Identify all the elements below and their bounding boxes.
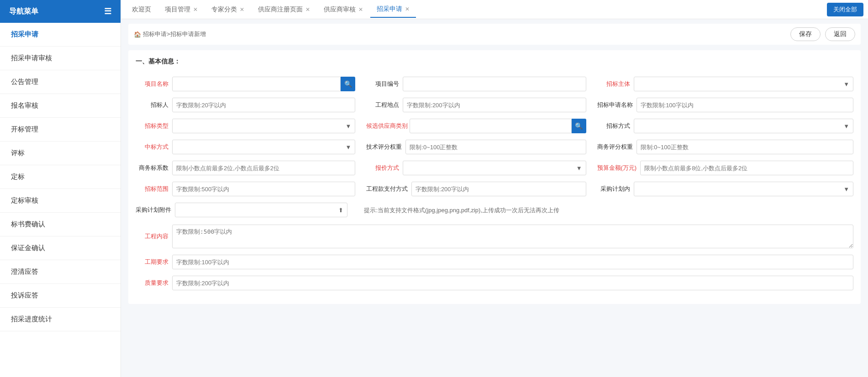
bid-subject-select[interactable]: ▼ (634, 77, 853, 91)
tab-supplier-review[interactable]: 供应商审核 ✕ (317, 2, 369, 17)
back-button[interactable]: 返回 (825, 27, 855, 41)
menu-icon[interactable]: ☰ (104, 6, 111, 16)
tab-project-management[interactable]: 项目管理 ✕ (158, 2, 204, 17)
sidebar-item-deposit-confirm[interactable]: 保证金确认 (0, 236, 121, 260)
upload-hint-text: 提示:当前支持文件格式(jpg,jpeg,png,pdf,zip),上传成功一次… (358, 203, 853, 218)
candidate-supplier-input-group: 🔍 (410, 119, 586, 133)
close-tab-expert[interactable]: ✕ (240, 7, 244, 12)
engineering-payment-input[interactable] (411, 182, 586, 196)
bid-subject-chevron: ▼ (843, 81, 849, 88)
save-button[interactable]: 保存 (790, 27, 821, 41)
candidate-supplier-input[interactable] (410, 119, 571, 133)
field-engineering-location: 工程地点 (366, 98, 586, 112)
breadcrumb-bar: 🏠 招标申请>招标申请新增 保存 返回 (128, 24, 861, 45)
bid-scope-input[interactable] (172, 182, 355, 196)
bid-type-select[interactable]: ▼ (172, 119, 355, 133)
label-construction-period: 工期要求 (136, 255, 172, 269)
sidebar-item-announcement[interactable]: 公告管理 (0, 70, 121, 94)
field-candidate-supplier: 候选供应商类别 🔍 (366, 119, 586, 133)
field-purchase-plan: 采购计划内 ▼ (597, 182, 853, 196)
sidebar-item-bid-opening[interactable]: 开标管理 (0, 118, 121, 141)
close-tab-supplier-reg[interactable]: ✕ (305, 7, 310, 12)
upload-hint-area: 提示:当前支持文件格式(jpg,jpeg,png,pdf,zip),上传成功一次… (358, 203, 853, 218)
label-engineering-payment: 工程款支付方式 (366, 185, 411, 193)
main-area: 欢迎页 项目管理 ✕ 专家分类 ✕ 供应商注册页面 ✕ 供应商审核 ✕ 招采申请… (121, 0, 868, 377)
tab-expert-category[interactable]: 专家分类 ✕ (205, 2, 251, 17)
field-project-no: 项目编号 (366, 77, 586, 91)
engineering-location-input[interactable] (403, 98, 586, 112)
form-row-7: 采购计划附件 ⬆ 提示:当前支持文件格式(jpg,jpeg,png,pdf,zi… (136, 203, 853, 218)
quote-method-select[interactable]: ▼ (403, 161, 586, 175)
label-bid-apply-name: 招标申请名称 (597, 98, 637, 112)
breadcrumb-actions: 保存 返回 (790, 27, 855, 41)
home-icon: 🏠 (134, 31, 141, 38)
label-engineering-content: 工程内容 (136, 229, 172, 244)
project-no-input[interactable] (403, 77, 586, 91)
purchase-plan-select[interactable]: ▼ (634, 182, 853, 196)
project-name-input-group: 🔍 (172, 77, 355, 91)
field-bid-apply-name: 招标申请名称 (597, 98, 853, 112)
field-purchase-plan-attachment: 采购计划附件 ⬆ (136, 203, 347, 217)
form-row-4: 中标方式 ▼ 技术评分权重 商务评分权重 (136, 140, 853, 154)
label-tech-score-weight: 技术评分权重 (366, 140, 405, 154)
field-bid-type: 招标类型 ▼ (136, 119, 355, 133)
label-bid-type: 招标类型 (136, 119, 172, 133)
form-row-8: 工程内容 (136, 225, 853, 248)
sidebar-item-document-fee[interactable]: 标书费确认 (0, 213, 121, 236)
construction-period-input[interactable] (172, 255, 853, 269)
bidder-input[interactable] (172, 98, 355, 112)
sidebar-item-registration-review[interactable]: 报名审核 (0, 94, 121, 118)
business-score-weight-input[interactable] (637, 140, 853, 154)
tab-welcome[interactable]: 欢迎页 (126, 2, 158, 17)
form-row-9: 工期要求 (136, 255, 853, 269)
label-quote-method: 报价方式 (366, 161, 403, 175)
win-bid-method-chevron: ▼ (345, 144, 351, 151)
project-name-search-button[interactable]: 🔍 (341, 77, 355, 91)
label-candidate-supplier: 候选供应商类别 (366, 122, 410, 130)
sidebar-item-clarification[interactable]: 澄清应答 (0, 260, 121, 284)
engineering-content-textarea[interactable] (172, 225, 853, 248)
field-quote-method: 报价方式 ▼ (366, 161, 586, 175)
close-tab-supplier-review[interactable]: ✕ (358, 7, 363, 12)
label-bid-scope: 招标范围 (136, 182, 172, 196)
label-bidder: 招标人 (136, 98, 172, 112)
bid-method-select[interactable]: ▼ (634, 119, 853, 133)
label-quality-req: 质量要求 (136, 276, 172, 290)
business-bid-factor-input[interactable] (172, 161, 355, 175)
sidebar-item-bid-apply[interactable]: 招采申请 (0, 23, 121, 47)
field-bid-subject: 招标主体 ▼ (597, 77, 853, 91)
tab-bid-apply[interactable]: 招采申请 ✕ (370, 1, 416, 18)
sidebar-item-bid-evaluation[interactable]: 评标 (0, 141, 121, 165)
field-project-name: 项目名称 🔍 (136, 77, 355, 91)
form-card: 一、基本信息： 项目名称 🔍 项目编号 (128, 50, 861, 304)
tab-supplier-register[interactable]: 供应商注册页面 ✕ (252, 2, 316, 17)
field-win-bid-method: 中标方式 ▼ (136, 140, 355, 154)
upload-button[interactable]: ⬆ (175, 203, 347, 217)
label-business-score-weight: 商务评分权重 (597, 140, 637, 154)
close-tab-project[interactable]: ✕ (193, 7, 198, 12)
sidebar-item-bid-apply-review[interactable]: 招采申请审核 (0, 47, 121, 70)
tech-score-weight-input[interactable] (405, 140, 586, 154)
breadcrumb-path: 招标申请>招标申请新增 (143, 30, 206, 38)
label-win-bid-method: 中标方式 (136, 140, 172, 154)
field-construction-period: 工期要求 (136, 255, 853, 269)
close-tab-bid-apply[interactable]: ✕ (405, 6, 410, 12)
label-business-bid-factor: 商务标系数 (136, 161, 172, 175)
sidebar-item-progress-stats[interactable]: 招采进度统计 (0, 308, 121, 331)
field-quality-req: 质量要求 (136, 276, 853, 290)
candidate-supplier-search-button[interactable]: 🔍 (572, 119, 586, 133)
form-row-1: 项目名称 🔍 项目编号 招标主体 ▼ (136, 77, 853, 91)
field-bid-scope: 招标范围 (136, 182, 355, 196)
breadcrumb: 🏠 招标申请>招标申请新增 (134, 30, 206, 38)
close-all-tabs-button[interactable]: 关闭全部 (827, 3, 863, 16)
label-project-name: 项目名称 (136, 77, 172, 91)
sidebar-item-complaint[interactable]: 投诉应答 (0, 284, 121, 308)
quote-method-chevron: ▼ (576, 165, 582, 172)
bid-apply-name-input[interactable] (637, 98, 853, 112)
sidebar-item-bid-award[interactable]: 定标 (0, 165, 121, 189)
project-name-input[interactable] (172, 77, 341, 91)
win-bid-method-select[interactable]: ▼ (172, 140, 355, 154)
sidebar-item-bid-award-review[interactable]: 定标审核 (0, 189, 121, 213)
budget-amount-input[interactable] (640, 161, 853, 175)
quality-req-input[interactable] (172, 276, 853, 290)
